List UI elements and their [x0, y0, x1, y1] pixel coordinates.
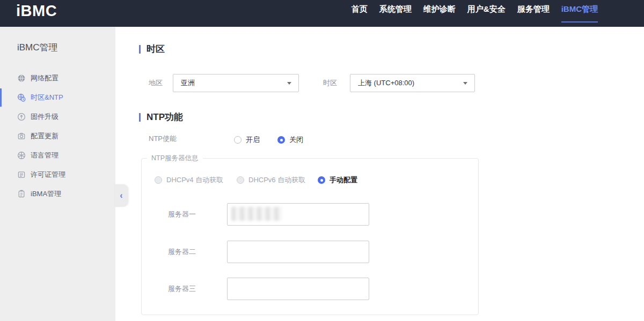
server-two-label: 服务器二	[168, 248, 196, 256]
ntp-enable-off-label: 关闭	[289, 135, 303, 145]
main-content: 时区 地区 亚洲 时区 上海 (UTC+08:00) NTP功能 NTP使能 开…	[115, 27, 644, 321]
radio-checked-icon	[318, 176, 325, 184]
nav-item-system-management[interactable]: 系统管理	[379, 0, 412, 27]
sidebar-item-label: 网络配置	[31, 73, 58, 83]
ntp-enable-on-label: 开启	[246, 135, 260, 145]
globe-icon	[17, 74, 26, 83]
ntp-server-group: NTP服务器信息 DHCPv4 自动获取 DHCPv6 自动获取 手动配置 服务…	[141, 158, 479, 315]
ntp-server-3-input[interactable]	[227, 278, 369, 300]
timezone-label: 时区	[323, 74, 337, 92]
sidebar-item-label: 语言管理	[31, 151, 58, 160]
sidebar-menu: 网络配置 时区&NTP 固件升级 配置更新	[0, 69, 115, 204]
timezone-select-value: 上海 (UTC+08:00)	[358, 78, 414, 88]
radio-checked-icon	[277, 136, 285, 144]
sidebar-title: iBMC管理	[17, 41, 115, 54]
sidebar-item-label: 配置更新	[31, 131, 58, 141]
sidebar-item-timezone-ntp[interactable]: 时区&NTP	[0, 88, 115, 107]
radio-disabled-icon	[155, 176, 162, 184]
top-navbar: iBMC 首页 系统管理 维护诊断 用户&安全 服务管理 iBMC管理	[0, 0, 644, 27]
nav-item-service-management[interactable]: 服务管理	[517, 0, 550, 27]
license-icon	[17, 170, 26, 179]
dhcpv4-auto-option: DHCPv4 自动获取	[155, 175, 223, 185]
timezone-select[interactable]: 上海 (UTC+08:00)	[350, 74, 475, 92]
sidebar-item-firmware-upgrade[interactable]: 固件升级	[0, 107, 115, 126]
server-one-label: 服务器一	[168, 211, 196, 218]
ntp-section-title: NTP功能	[139, 111, 183, 123]
sidebar: iBMC管理 网络配置 时区&NTP 固件升级	[0, 27, 115, 321]
sidebar-item-label: iBMA管理	[31, 189, 61, 199]
ntp-server-2-input[interactable]	[227, 241, 369, 263]
ntp-enable-label: NTP使能	[149, 135, 177, 143]
sidebar-item-language-management[interactable]: 语言管理	[0, 146, 115, 165]
dhcpv6-auto-label: DHCPv6 自动获取	[248, 175, 305, 185]
region-select[interactable]: 亚洲	[173, 74, 299, 92]
nav-item-ibmc-management[interactable]: iBMC管理	[561, 0, 598, 27]
timezone-section-title: 时区	[139, 43, 165, 55]
nav-item-home[interactable]: 首页	[352, 0, 368, 27]
radio-disabled-icon	[237, 176, 244, 184]
dhcpv6-auto-option: DHCPv6 自动获取	[237, 175, 305, 185]
dropdown-caret-icon	[287, 82, 291, 85]
sidebar-item-license-management[interactable]: 许可证管理	[0, 165, 115, 184]
dhcpv4-auto-label: DHCPv4 自动获取	[166, 175, 223, 185]
radio-unchecked-icon	[234, 136, 241, 144]
sidebar-item-label: 许可证管理	[31, 170, 65, 180]
ibmc-page: iBMC 首页 系统管理 维护诊断 用户&安全 服务管理 iBMC管理 iBMC…	[0, 0, 644, 321]
sidebar-collapse-button[interactable]: ‹	[114, 184, 128, 207]
firmware-upgrade-icon	[17, 113, 26, 121]
timezone-clock-icon	[17, 93, 26, 102]
dropdown-caret-icon	[463, 82, 467, 85]
clipboard-icon	[17, 190, 26, 198]
nav-item-maintenance-diagnostics[interactable]: 维护诊断	[423, 0, 456, 27]
region-select-value: 亚洲	[181, 78, 195, 88]
manual-config-option[interactable]: 手动配置	[318, 175, 357, 185]
language-globe-icon	[17, 151, 26, 160]
ibmc-logo[interactable]: iBMC	[16, 1, 57, 20]
redacted-server-value	[231, 207, 282, 221]
sidebar-item-label: 时区&NTP	[31, 93, 63, 102]
config-update-icon	[17, 132, 26, 140]
ntp-enable-off-option[interactable]: 关闭	[277, 135, 303, 145]
top-nav-menu: 首页 系统管理 维护诊断 用户&安全 服务管理 iBMC管理	[352, 0, 598, 27]
ntp-enable-on-option[interactable]: 开启	[234, 135, 260, 145]
server-three-label: 服务器三	[168, 285, 196, 293]
chevron-left-icon: ‹	[120, 191, 122, 200]
ntp-server-group-legend: NTP服务器信息	[147, 154, 203, 163]
sidebar-item-config-update[interactable]: 配置更新	[0, 126, 115, 146]
region-label: 地区	[149, 74, 163, 92]
sidebar-item-network-config[interactable]: 网络配置	[0, 69, 115, 88]
manual-config-label: 手动配置	[330, 175, 357, 185]
sidebar-item-label: 固件升级	[31, 112, 58, 122]
nav-item-user-security[interactable]: 用户&安全	[467, 0, 506, 27]
sidebar-item-ibma-management[interactable]: iBMA管理	[0, 184, 115, 204]
